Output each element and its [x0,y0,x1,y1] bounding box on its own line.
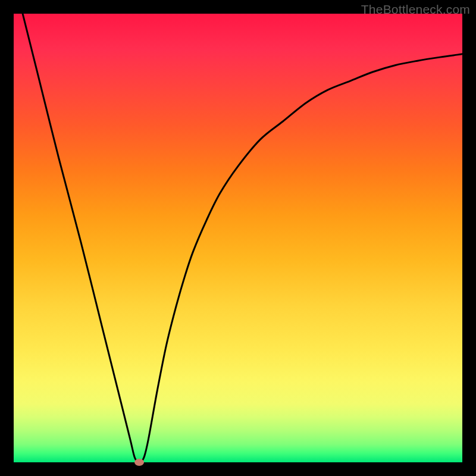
plot-area [14,14,462,462]
curve-svg [14,14,462,462]
bottleneck-curve [23,14,462,462]
chart-container: TheBottleneck.com [0,0,476,476]
watermark-text: TheBottleneck.com [361,2,470,17]
minimum-marker [134,459,144,466]
